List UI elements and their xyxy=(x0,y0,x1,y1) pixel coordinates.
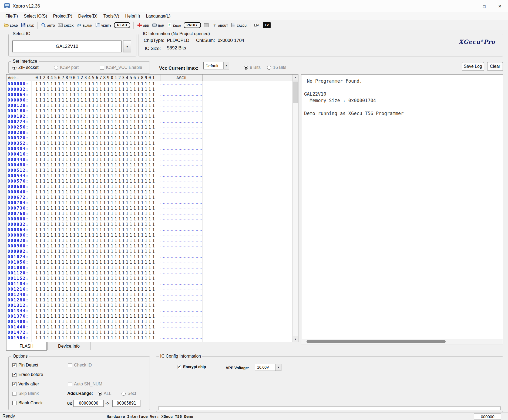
hex-byte-cells[interactable]: 1 1 1 1 1 1 1 1 1 1 1 1 1 1 1 1 1 1 1 1 … xyxy=(31,308,157,313)
pin-detect-checkbox[interactable] xyxy=(12,363,16,367)
hex-byte-cells[interactable]: 1 1 1 1 1 1 1 1 1 1 1 1 1 1 1 1 1 1 1 1 … xyxy=(31,249,157,254)
chip-select-dropdown-button[interactable] xyxy=(123,41,131,52)
hex-byte-cells[interactable]: 1 1 1 1 1 1 1 1 1 1 1 1 1 1 1 1 1 1 1 1 … xyxy=(31,109,157,113)
minimize-button[interactable]: — xyxy=(461,0,476,12)
tool-tv-button[interactable]: TV xyxy=(261,22,272,29)
hex-byte-cells[interactable]: 1 1 1 1 1 1 1 1 1 1 1 1 1 1 1 1 1 1 1 1 … xyxy=(31,130,157,135)
hex-byte-cells[interactable]: 1 1 1 1 1 1 1 1 1 1 1 1 1 1 1 1 1 1 1 1 … xyxy=(31,260,157,265)
hex-byte-cells[interactable]: 1 1 1 1 1 1 1 1 1 1 1 1 1 1 1 1 1 1 1 1 … xyxy=(31,325,157,330)
scroll-up-icon[interactable] xyxy=(293,75,298,80)
menu-select-ic[interactable]: Select IC(S) xyxy=(21,14,50,19)
hex-byte-cells[interactable]: 1 1 1 1 1 1 1 1 1 1 1 1 1 1 1 1 1 1 1 1 … xyxy=(31,233,157,238)
hex-byte-cells[interactable]: 1 1 1 1 1 1 1 1 1 1 1 1 1 1 1 1 1 1 1 1 … xyxy=(31,217,157,221)
hex-byte-cells[interactable]: 1 1 1 1 1 1 1 1 1 1 1 1 1 1 1 1 1 1 1 1 … xyxy=(31,292,157,297)
scroll-down-icon[interactable] xyxy=(293,336,298,342)
erase-before-checkbox[interactable] xyxy=(12,373,16,377)
hex-byte-cells[interactable]: 1 1 1 1 1 1 1 1 1 1 1 1 1 1 1 1 1 1 1 1 … xyxy=(31,200,157,205)
hex-byte-cells[interactable]: 1 1 1 1 1 1 1 1 1 1 1 1 1 1 1 1 1 1 1 1 … xyxy=(31,314,157,319)
hex-vertical-scrollbar[interactable] xyxy=(292,75,298,342)
tool-erase-button[interactable]: EErase xyxy=(166,22,182,28)
hex-byte-cells[interactable]: 1 1 1 1 1 1 1 1 1 1 1 1 1 1 1 1 1 1 1 1 … xyxy=(31,222,157,227)
hex-byte-cells[interactable]: 1 1 1 1 1 1 1 1 1 1 1 1 1 1 1 1 1 1 1 1 … xyxy=(31,254,157,259)
hex-byte-cells[interactable]: 1 1 1 1 1 1 1 1 1 1 1 1 1 1 1 1 1 1 1 1 … xyxy=(31,163,157,167)
hex-byte-cells[interactable]: 1 1 1 1 1 1 1 1 1 1 1 1 1 1 1 1 1 1 1 1 … xyxy=(31,238,157,243)
hex-byte-cells[interactable]: 1 1 1 1 1 1 1 1 1 1 1 1 1 1 1 1 1 1 1 1 … xyxy=(31,190,157,194)
hex-byte-cells[interactable]: 1 1 1 1 1 1 1 1 1 1 1 1 1 1 1 1 1 1 1 1 … xyxy=(31,319,157,324)
zif-socket-radio[interactable] xyxy=(12,66,16,70)
hex-byte-cells[interactable]: 1 1 1 1 1 1 1 1 1 1 1 1 1 1 1 1 1 1 1 1 … xyxy=(31,157,157,162)
hex-byte-cells[interactable]: 1 1 1 1 1 1 1 1 1 1 1 1 1 1 1 1 1 1 1 1 … xyxy=(31,265,157,270)
tool-verify-button[interactable]: VERIFY xyxy=(94,22,113,28)
hex-byte-cells[interactable]: 1 1 1 1 1 1 1 1 1 1 1 1 1 1 1 1 1 1 1 1 … xyxy=(31,298,157,303)
hex-byte-cells[interactable]: 1 1 1 1 1 1 1 1 1 1 1 1 1 1 1 1 1 1 1 1 … xyxy=(31,211,157,216)
log-horizontal-scrollbar[interactable] xyxy=(302,339,503,344)
hex-byte-cells[interactable]: 1 1 1 1 1 1 1 1 1 1 1 1 1 1 1 1 1 1 1 1 … xyxy=(31,206,157,211)
tool-calc-button[interactable]: CALCU. xyxy=(229,22,249,28)
encrypt-chip-checkbox[interactable] xyxy=(177,365,181,369)
hex-byte-cells[interactable]: 1 1 1 1 1 1 1 1 1 1 1 1 1 1 1 1 1 1 1 1 … xyxy=(31,281,157,286)
hex-byte-cells[interactable]: 1 1 1 1 1 1 1 1 1 1 1 1 1 1 1 1 1 1 1 1 … xyxy=(31,271,157,275)
tool-pin-voltage-button[interactable]: -Y xyxy=(253,22,261,28)
maximize-button[interactable]: □ xyxy=(476,0,492,12)
tool-prog-button[interactable]: PROG. xyxy=(182,22,203,29)
scrollbar-thumb[interactable] xyxy=(307,340,446,343)
tool-ram-button[interactable]: RAM xyxy=(150,22,166,28)
menu-help[interactable]: Help(H) xyxy=(122,14,143,19)
hex-byte-cells[interactable]: 1 1 1 1 1 1 1 1 1 1 1 1 1 1 1 1 1 1 1 1 … xyxy=(31,184,157,189)
hex-byte-cells[interactable]: 1 1 1 1 1 1 1 1 1 1 1 1 1 1 1 1 1 1 1 1 … xyxy=(31,195,157,200)
hex-byte-cells[interactable]: 1 1 1 1 1 1 1 1 1 1 1 1 1 1 1 1 1 1 1 1 … xyxy=(31,141,157,146)
vpp-voltage-combo[interactable]: 16.00V xyxy=(255,364,281,371)
hex-byte-cells[interactable]: 1 1 1 1 1 1 1 1 1 1 1 1 1 1 1 1 1 1 1 1 … xyxy=(31,287,157,292)
range-start-input[interactable] xyxy=(73,400,104,407)
chip-select-combo[interactable]: GAL22V10 xyxy=(12,41,122,52)
menu-tools[interactable]: Tools(V) xyxy=(100,14,122,19)
hex-byte-cells[interactable]: 1 1 1 1 1 1 1 1 1 1 1 1 1 1 1 1 1 1 1 1 … xyxy=(31,82,157,86)
vcc-imax-combo[interactable]: Default xyxy=(203,62,229,69)
hex-byte-cells[interactable]: 1 1 1 1 1 1 1 1 1 1 1 1 1 1 1 1 1 1 1 1 … xyxy=(31,103,157,108)
tool-check-id-button[interactable]: CHECK xyxy=(56,22,75,28)
menu-device[interactable]: Device(D) xyxy=(75,14,100,19)
chevron-down-icon[interactable] xyxy=(223,62,229,69)
blank-check-checkbox[interactable] xyxy=(12,401,16,405)
hex-byte-cells[interactable]: 1 1 1 1 1 1 1 1 1 1 1 1 1 1 1 1 1 1 1 1 … xyxy=(31,335,157,340)
hex-byte-cells[interactable]: 1 1 1 1 1 1 1 1 1 1 1 1 1 1 1 1 1 1 1 1 … xyxy=(31,136,157,140)
tool-socket-button[interactable] xyxy=(202,22,210,28)
hex-byte-cells[interactable]: 1 1 1 1 1 1 1 1 1 1 1 1 1 1 1 1 1 1 1 1 … xyxy=(31,227,157,232)
hex-byte-cells[interactable]: 1 1 1 1 1 1 1 1 1 1 1 1 1 1 1 1 1 1 1 1 … xyxy=(31,146,157,151)
hex-byte-cells[interactable]: 1 1 1 1 1 1 1 1 1 1 1 1 1 1 1 1 1 1 1 1 … xyxy=(31,125,157,130)
close-button[interactable]: × xyxy=(492,0,508,12)
menu-language[interactable]: Language(L) xyxy=(143,14,174,19)
title-bar[interactable]: Xgpro v12.36 — □ × xyxy=(0,0,508,12)
save-log-button[interactable]: Save Log xyxy=(462,62,484,71)
tab-flash[interactable]: FLASH xyxy=(6,342,47,351)
hex-byte-cells[interactable]: 1 1 1 1 1 1 1 1 1 1 1 1 1 1 1 1 1 1 1 1 … xyxy=(31,87,157,92)
clear-button[interactable]: Clear xyxy=(487,62,503,71)
hex-byte-cells[interactable]: 1 1 1 1 1 1 1 1 1 1 1 1 1 1 1 1 1 1 1 1 … xyxy=(31,244,157,248)
tool-read-button[interactable]: READ xyxy=(113,22,131,29)
hex-byte-cells[interactable]: 1 1 1 1 1 1 1 1 1 1 1 1 1 1 1 1 1 1 1 1 … xyxy=(31,303,157,308)
tool-blank-button[interactable]: BLANK xyxy=(75,22,94,28)
hex-byte-cells[interactable]: 1 1 1 1 1 1 1 1 1 1 1 1 1 1 1 1 1 1 1 1 … xyxy=(31,114,157,119)
menu-project[interactable]: Project(P) xyxy=(50,14,75,19)
tab-device-info[interactable]: Device.Info xyxy=(47,342,90,350)
tool-load-button[interactable]: LOAD xyxy=(2,22,19,28)
scrollbar-thumb[interactable] xyxy=(293,82,298,103)
hex-byte-cells[interactable]: 1 1 1 1 1 1 1 1 1 1 1 1 1 1 1 1 1 1 1 1 … xyxy=(31,330,157,335)
range-end-input[interactable] xyxy=(112,400,140,407)
tool-about-button[interactable]: ?ABOUT xyxy=(210,22,229,28)
hex-byte-cells[interactable]: 1 1 1 1 1 1 1 1 1 1 1 1 1 1 1 1 1 1 1 1 … xyxy=(31,92,157,97)
chevron-down-icon[interactable] xyxy=(275,364,281,371)
tool-auto-button[interactable]: AUTO xyxy=(39,22,56,28)
verify-after-checkbox[interactable] xyxy=(12,382,16,386)
hex-row: 001344:1 1 1 1 1 1 1 1 1 1 1 1 1 1 1 1 1… xyxy=(6,308,292,314)
hex-byte-cells[interactable]: 1 1 1 1 1 1 1 1 1 1 1 1 1 1 1 1 1 1 1 1 … xyxy=(31,168,157,173)
menu-file[interactable]: File(F) xyxy=(2,14,21,19)
hex-byte-cells[interactable]: 1 1 1 1 1 1 1 1 1 1 1 1 1 1 1 1 1 1 1 1 … xyxy=(31,152,157,157)
hex-byte-cells[interactable]: 1 1 1 1 1 1 1 1 1 1 1 1 1 1 1 1 1 1 1 1 … xyxy=(31,98,157,103)
hex-byte-cells[interactable]: 1 1 1 1 1 1 1 1 1 1 1 1 1 1 1 1 1 1 1 1 … xyxy=(31,173,157,178)
hex-byte-cells[interactable]: 1 1 1 1 1 1 1 1 1 1 1 1 1 1 1 1 1 1 1 1 … xyxy=(31,276,157,281)
tool-save-button[interactable]: SAVE xyxy=(19,22,35,28)
tool-add-button[interactable]: ADD xyxy=(136,22,150,28)
hex-byte-cells[interactable]: 1 1 1 1 1 1 1 1 1 1 1 1 1 1 1 1 1 1 1 1 … xyxy=(31,119,157,124)
hex-byte-cells[interactable]: 1 1 1 1 1 1 1 1 1 1 1 1 1 1 1 1 1 1 1 1 … xyxy=(31,179,157,184)
